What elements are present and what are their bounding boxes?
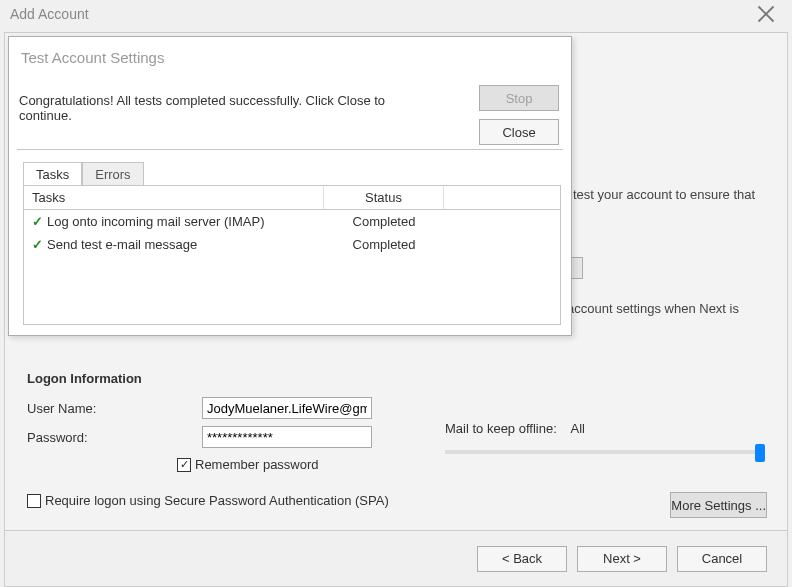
task-name: Send test e-mail message bbox=[47, 237, 197, 252]
mail-offline-label: Mail to keep offline: bbox=[445, 421, 557, 436]
test-account-settings-dialog: Test Account Settings Congratulations! A… bbox=[8, 36, 572, 336]
spa-label: Require logon using Secure Password Auth… bbox=[45, 493, 389, 508]
tasks-table-header: Tasks Status bbox=[24, 186, 560, 210]
remember-password-checkbox[interactable] bbox=[177, 458, 191, 472]
mail-offline-section: Mail to keep offline: All bbox=[445, 421, 763, 454]
password-label: Password: bbox=[27, 430, 202, 445]
back-button[interactable]: < Back bbox=[477, 546, 567, 572]
col-status: Status bbox=[324, 186, 444, 209]
slider-thumb[interactable] bbox=[755, 444, 765, 462]
mail-offline-value: All bbox=[571, 421, 585, 436]
username-field[interactable] bbox=[202, 397, 372, 419]
table-row: ✓ Log onto incoming mail server (IMAP) C… bbox=[24, 210, 560, 233]
add-account-window: Add Account test your account to ensure … bbox=[0, 0, 792, 587]
close-button[interactable]: Close bbox=[479, 119, 559, 145]
mail-offline-slider[interactable] bbox=[445, 450, 763, 454]
username-row: User Name: bbox=[27, 397, 372, 419]
task-name: Log onto incoming mail server (IMAP) bbox=[47, 214, 264, 229]
divider bbox=[17, 149, 563, 150]
col-tasks: Tasks bbox=[24, 186, 324, 209]
task-status: Completed bbox=[324, 212, 444, 231]
password-field[interactable] bbox=[202, 426, 372, 448]
spa-checkbox[interactable] bbox=[27, 494, 41, 508]
task-status: Completed bbox=[324, 235, 444, 254]
tab-bar: Tasks Errors bbox=[23, 161, 144, 188]
partial-description-2: account settings when Next is bbox=[567, 301, 753, 316]
checkmark-icon: ✓ bbox=[32, 214, 43, 229]
wizard-footer: < Back Next > Cancel bbox=[5, 530, 787, 586]
stop-button: Stop bbox=[479, 85, 559, 111]
tasks-table: Tasks Status ✓ Log onto incoming mail se… bbox=[23, 185, 561, 325]
checkmark-icon: ✓ bbox=[32, 237, 43, 252]
next-button[interactable]: Next > bbox=[577, 546, 667, 572]
dialog-message: Congratulations! All tests completed suc… bbox=[19, 93, 439, 123]
cancel-button[interactable]: Cancel bbox=[677, 546, 767, 572]
close-icon[interactable] bbox=[756, 4, 776, 24]
more-settings-button[interactable]: More Settings ... bbox=[670, 492, 767, 518]
spa-row[interactable]: Require logon using Secure Password Auth… bbox=[27, 493, 389, 508]
window-title: Add Account bbox=[10, 6, 89, 22]
password-row: Password: bbox=[27, 426, 372, 448]
logon-information-header: Logon Information bbox=[27, 371, 142, 386]
remember-password-row[interactable]: Remember password bbox=[177, 457, 319, 472]
remember-password-label: Remember password bbox=[195, 457, 319, 472]
dialog-title: Test Account Settings bbox=[21, 49, 164, 66]
partial-description-1: test your account to ensure that bbox=[573, 187, 763, 202]
username-label: User Name: bbox=[27, 401, 202, 416]
table-row: ✓ Send test e-mail message Completed bbox=[24, 233, 560, 256]
